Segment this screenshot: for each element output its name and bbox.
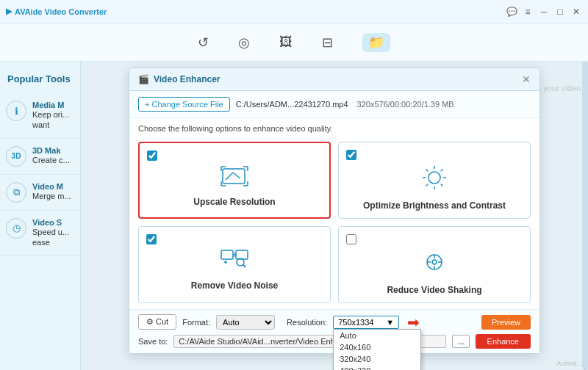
format-select[interactable]: Auto xyxy=(216,315,275,330)
upscale-icon xyxy=(220,165,249,192)
option-noise[interactable]: Remove Video Noise xyxy=(138,226,331,303)
enhance-btn[interactable]: Enhance xyxy=(476,334,531,349)
content-area: with your video 🎬 Video Enhancer ✕ + Cha… xyxy=(81,62,588,370)
change-source-btn[interactable]: + Change Source File xyxy=(138,97,230,112)
3d-icon: 3D xyxy=(6,146,26,167)
sidebar-item-3d[interactable]: 3D 3D Mak Create c... xyxy=(0,139,80,175)
source-meta: 320x576/00:00:20/1.39 MB xyxy=(357,100,454,109)
video-speed-icon: ◷ xyxy=(6,218,26,239)
svg-point-30 xyxy=(432,260,437,264)
source-path: C:/Users/ADM...22431270.mp4 xyxy=(236,100,348,109)
option-upscale-header xyxy=(147,150,322,161)
svg-line-1 xyxy=(226,173,233,180)
source-bar: + Change Source File C:/Users/ADM...2243… xyxy=(129,91,539,118)
bottom-row1: ⚙ Cut Format: Auto Resolution: 750x1334 … xyxy=(138,314,531,330)
cut-btn[interactable]: ⚙ Cut xyxy=(138,314,176,330)
sidebar-3d-desc: Create c... xyxy=(32,155,70,165)
sidebar-item-media[interactable]: ℹ Media M Keep ori... want xyxy=(0,93,80,139)
option-shaking[interactable]: Reduce Video Shaking xyxy=(338,226,531,303)
option-brightness-header xyxy=(346,150,523,160)
option-noise-header xyxy=(146,234,323,244)
sidebar-merge-desc: Merge m... xyxy=(32,191,71,201)
svg-line-28 xyxy=(243,265,246,268)
chat-btn[interactable]: 💬 xyxy=(506,6,517,18)
sidebar-3d-title: 3D Mak xyxy=(32,146,70,155)
noise-checkbox[interactable] xyxy=(146,234,157,244)
brightness-label: Optimize Brightness and Contrast xyxy=(363,200,506,211)
sidebar-media-desc: Keep ori... want xyxy=(32,109,74,131)
sidebar-item-speed-text: Video S Speed u... ease xyxy=(32,218,74,248)
sidebar-merge-title: Video M xyxy=(32,182,71,191)
dialog-title-icon: 🎬 xyxy=(138,74,149,84)
menu-btn[interactable]: ≡ xyxy=(522,6,534,18)
svg-line-18 xyxy=(441,170,443,172)
svg-rect-20 xyxy=(221,250,233,259)
sidebar-item-3d-text: 3D Mak Create c... xyxy=(32,146,70,165)
shaking-label: Reduce Video Shaking xyxy=(387,285,481,295)
resolution-dropdown[interactable]: Auto 240x160 320x240 480x320 640x360 640… xyxy=(333,329,421,371)
sidebar-item-merge-text: Video M Merge m... xyxy=(32,182,71,201)
sidebar-title: Popular Tools xyxy=(0,68,80,93)
res-option-auto[interactable]: Auto xyxy=(334,330,420,341)
convert-icon: ↺ xyxy=(198,35,209,51)
dialog-header: 🎬 Video Enhancer ✕ xyxy=(129,68,539,91)
save-browse-btn[interactable]: ... xyxy=(452,335,469,348)
resolution-label: Resolution: xyxy=(287,318,327,327)
toolbar: ↺ ◎ 🖼 ⊟ 📁 xyxy=(0,23,588,62)
media-icon: ℹ xyxy=(6,101,26,121)
option-shaking-header xyxy=(346,234,523,244)
sidebar-speed-desc: Speed u... ease xyxy=(32,227,74,248)
video-merge-icon: ⧉ xyxy=(6,182,26,203)
options-grid: Upscale Resolution xyxy=(129,137,539,309)
upscale-checkbox[interactable] xyxy=(147,150,157,161)
option-upscale[interactable]: Upscale Resolution xyxy=(138,142,331,219)
close-btn[interactable]: ✕ xyxy=(570,6,582,18)
editor-icon: ⊟ xyxy=(322,35,333,51)
dialog-title-container: 🎬 Video Enhancer xyxy=(138,74,220,84)
sidebar-item-video-speed[interactable]: ◷ Video S Speed u... ease xyxy=(0,211,80,256)
video-enhancer-dialog: 🎬 Video Enhancer ✕ + Change Source File … xyxy=(129,68,540,354)
noise-icon xyxy=(220,249,249,276)
res-option-240[interactable]: 240x160 xyxy=(334,341,420,353)
maximize-btn[interactable]: □ xyxy=(554,6,566,18)
option-brightness[interactable]: Optimize Brightness and Contrast xyxy=(338,142,531,219)
brightness-checkbox[interactable] xyxy=(346,150,356,160)
toolbar-editor[interactable]: ⊟ xyxy=(322,35,333,51)
app-logo: ▶ AVAide Video Converter xyxy=(6,7,107,16)
scroll-bar[interactable] xyxy=(582,62,588,370)
toolbar-tools[interactable]: 📁 xyxy=(362,33,390,52)
toolbar-convert[interactable]: ↺ xyxy=(198,35,209,51)
res-option-320[interactable]: 320x240 xyxy=(334,353,420,365)
sidebar: Popular Tools ℹ Media M Keep ori... want… xyxy=(0,62,81,370)
sidebar-item-video-merge[interactable]: ⧉ Video M Merge m... xyxy=(0,175,80,211)
toolbar-image[interactable]: 🖼 xyxy=(279,35,293,50)
preview-btn[interactable]: Preview xyxy=(481,315,531,330)
svg-rect-21 xyxy=(236,250,248,259)
brightness-icon xyxy=(421,164,448,196)
tools-icon: 📁 xyxy=(362,33,390,52)
svg-line-16 xyxy=(426,170,429,172)
toolbar-compress[interactable]: ◎ xyxy=(238,35,250,51)
sidebar-speed-title: Video S xyxy=(32,218,74,227)
format-label: Format: xyxy=(182,318,210,327)
compress-icon: ◎ xyxy=(238,35,250,51)
resolution-dropdown-arrow: ▼ xyxy=(386,318,394,327)
upscale-label: Upscale Resolution xyxy=(193,197,275,207)
minimize-btn[interactable]: ─ xyxy=(538,6,550,18)
svg-line-2 xyxy=(233,173,240,178)
dialog-close-btn[interactable]: ✕ xyxy=(522,73,531,85)
resolution-select-box[interactable]: 750x1334 ▼ xyxy=(333,316,399,329)
shaking-icon xyxy=(421,249,448,280)
res-option-480[interactable]: 480x320 xyxy=(334,365,420,371)
watermark: Activat... xyxy=(556,360,582,367)
sidebar-item-media-text: Media M Keep ori... want xyxy=(32,101,74,131)
shaking-checkbox[interactable] xyxy=(346,234,356,244)
save-label: Save to: xyxy=(138,337,168,346)
instruction-text: Choose the following options to enhance … xyxy=(129,118,539,137)
dialog-title-text: Video Enhancer xyxy=(154,74,220,84)
svg-point-11 xyxy=(429,172,440,184)
app-title: AVAide Video Converter xyxy=(15,7,107,16)
noise-label: Remove Video Noise xyxy=(191,280,279,291)
dialog-overlay: 🎬 Video Enhancer ✕ + Change Source File … xyxy=(81,62,588,370)
resolution-container: 750x1334 ▼ Auto 240x160 320x240 480x320 … xyxy=(333,316,399,329)
